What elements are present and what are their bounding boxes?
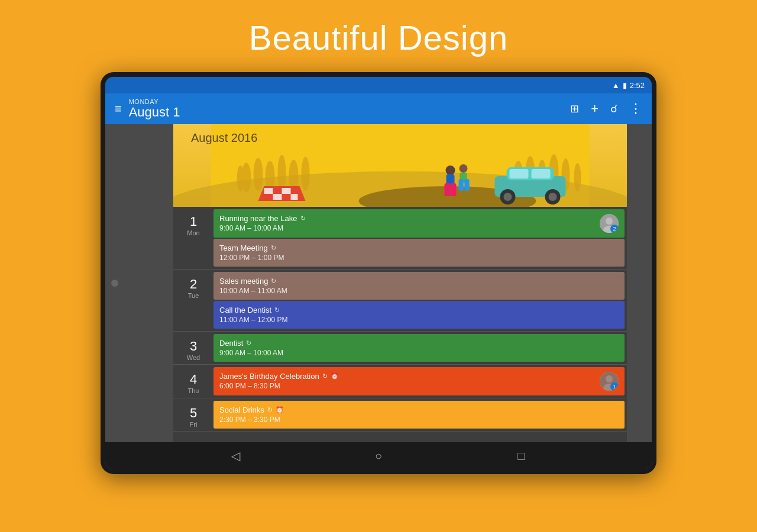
event-title: James's Birthday Celebration ↻ ⏰ xyxy=(219,372,595,381)
recents-button[interactable]: □ xyxy=(509,444,533,468)
back-button[interactable]: ◁ xyxy=(224,444,248,468)
day-num-5: 5 xyxy=(190,407,197,420)
month-label: August 2016 xyxy=(191,131,257,145)
svg-point-6 xyxy=(278,155,286,190)
avatar-badge: 1 xyxy=(610,382,619,391)
event-dentist[interactable]: Dentist ↻ 9:00 AM – 10:00 AM xyxy=(213,334,625,362)
tablet-screen: ▲ ▮ 2:52 ≡ MONDAY August 1 ⊞ + ☌ ⋮ xyxy=(105,77,652,469)
event-info: Social Drinks ↻ ⏰ 2:30 PM – 3:30 PM xyxy=(219,406,619,424)
svg-rect-17 xyxy=(264,188,273,194)
event-time: 6:00 PM – 8:30 PM xyxy=(219,382,595,390)
event-info: James's Birthday Celebration ↻ ⏰ 6:00 PM… xyxy=(219,372,595,390)
svg-point-29 xyxy=(446,166,455,175)
event-info: Team Meeting ↻ 12:00 PM – 1:00 PM xyxy=(219,244,619,262)
sync-icon: ↻ xyxy=(271,244,276,252)
event-time: 2:30 PM – 3:30 PM xyxy=(219,416,619,424)
event-sales-meeting[interactable]: Sales meeting ↻ 10:00 AM – 11:00 AM xyxy=(213,272,625,300)
svg-rect-31 xyxy=(445,183,451,196)
event-time: 9:00 AM – 10:00 AM xyxy=(219,349,619,357)
event-title: Team Meeting ↻ xyxy=(219,244,619,252)
sync-icon: ↻ xyxy=(322,372,328,380)
svg-point-33 xyxy=(460,164,468,173)
app-bar-actions: ⊞ + ☌ ⋮ xyxy=(570,101,642,116)
tablet-frame: ▲ ▮ 2:52 ≡ MONDAY August 1 ⊞ + ☌ ⋮ xyxy=(101,72,656,474)
svg-point-9 xyxy=(237,166,244,192)
event-team-meeting[interactable]: Team Meeting ↻ 12:00 PM – 1:00 PM xyxy=(213,239,625,267)
menu-button[interactable]: ≡ xyxy=(115,102,122,116)
app-bar-date: MONDAY August 1 xyxy=(129,98,563,119)
svg-point-26 xyxy=(504,193,512,201)
status-icons: ▲ ▮ 2:52 xyxy=(612,81,645,90)
day-group-3: 3 Wed Dentist ↻ 9:00 AM – 10:00 xyxy=(173,332,627,365)
add-event-button[interactable]: + xyxy=(591,101,599,116)
event-social-drinks[interactable]: Social Drinks ↻ ⏰ 2:30 PM – 3:30 PM xyxy=(213,401,625,429)
search-button[interactable]: ☌ xyxy=(610,102,617,115)
avatar-badge: 2 xyxy=(610,225,619,233)
day-number-2: 2 Tue xyxy=(173,270,213,331)
day-num-1: 1 xyxy=(190,215,197,228)
day-group-4: 4 Thu James's Birthday Celebration ↻ ⏰ xyxy=(173,365,627,398)
day-of-week: MONDAY xyxy=(129,98,563,105)
event-info: Sales meeting ↻ 10:00 AM – 11:00 AM xyxy=(219,277,619,295)
event-time: 9:00 AM – 10:00 AM xyxy=(219,224,595,232)
day-name-3: Wed xyxy=(187,354,200,361)
event-info: Dentist ↻ 9:00 AM – 10:00 AM xyxy=(219,339,619,357)
svg-point-28 xyxy=(549,193,557,201)
sync-icon: ↻ xyxy=(267,406,273,414)
sidebar-dot xyxy=(111,280,118,287)
day-events-5: Social Drinks ↻ ⏰ 2:30 PM – 3:30 PM xyxy=(213,398,627,431)
svg-point-41 xyxy=(606,375,613,382)
event-time: 12:00 PM – 1:00 PM xyxy=(219,254,619,262)
main-content: August 2016 1 Mon xyxy=(105,124,652,442)
battery-icon: ▮ xyxy=(623,81,627,90)
svg-rect-24 xyxy=(532,169,551,179)
event-title: Call the Dentist ↻ xyxy=(219,306,619,314)
day-events-3: Dentist ↻ 9:00 AM – 10:00 AM xyxy=(213,332,627,364)
alarm-icon: ⏰ xyxy=(331,372,339,380)
day-group-5: 5 Fri Social Drinks ↻ ⏰ xyxy=(173,398,627,432)
calendar-area: August 2016 1 Mon xyxy=(173,124,627,442)
event-birthday[interactable]: James's Birthday Celebration ↻ ⏰ 6:00 PM… xyxy=(213,367,625,395)
home-button[interactable]: ○ xyxy=(367,444,390,468)
current-date: August 1 xyxy=(129,105,563,119)
event-time: 10:00 AM – 11:00 AM xyxy=(219,287,619,295)
grid-view-button[interactable]: ⊞ xyxy=(570,102,579,115)
event-time: 11:00 AM – 12:00 PM xyxy=(219,316,619,324)
alarm-icon: ⏰ xyxy=(276,406,284,414)
event-avatar: 2 xyxy=(600,214,619,233)
day-number-5: 5 Fri xyxy=(173,398,213,431)
svg-rect-20 xyxy=(291,194,298,200)
event-info: Call the Dentist ↻ 11:00 AM – 12:00 PM xyxy=(219,306,619,324)
left-sidebar xyxy=(105,124,173,442)
sync-icon: ↻ xyxy=(300,215,306,222)
event-running-near-lake[interactable]: Running near the Lake ↻ 9:00 AM – 10:00 … xyxy=(213,209,625,238)
day-number-1: 1 Mon xyxy=(173,207,213,269)
more-options-button[interactable]: ⋮ xyxy=(629,101,642,116)
svg-rect-36 xyxy=(465,179,470,191)
status-bar: ▲ ▮ 2:52 xyxy=(105,77,652,93)
wifi-icon: ▲ xyxy=(612,81,620,90)
month-header: August 2016 xyxy=(173,124,627,207)
day-num-4: 4 xyxy=(190,373,197,386)
event-call-dentist[interactable]: Call the Dentist ↻ 11:00 AM – 12:00 PM xyxy=(213,301,625,329)
day-group-1: 1 Mon Running near the Lake ↻ 9: xyxy=(173,207,627,270)
day-name-2: Tue xyxy=(188,292,199,299)
day-group-2: 2 Tue Sales meeting ↻ 10:00 AM – xyxy=(173,270,627,332)
svg-rect-32 xyxy=(451,183,457,196)
svg-rect-23 xyxy=(510,169,529,179)
event-title: Sales meeting ↻ xyxy=(219,277,619,286)
events-list: 1 Mon Running near the Lake ↻ 9: xyxy=(173,207,627,442)
status-time: 2:52 xyxy=(630,81,645,90)
day-name-5: Fri xyxy=(190,421,198,428)
day-name-4: Thu xyxy=(188,387,199,394)
day-events-1: Running near the Lake ↻ 9:00 AM – 10:00 … xyxy=(213,207,627,269)
sync-icon: ↻ xyxy=(274,306,280,314)
event-title: Social Drinks ↻ ⏰ xyxy=(219,406,619,414)
day-number-3: 3 Wed xyxy=(173,332,213,364)
day-num-3: 3 xyxy=(190,340,197,353)
bottom-nav: ◁ ○ □ xyxy=(105,442,652,469)
svg-point-38 xyxy=(606,218,613,225)
event-title: Dentist ↻ xyxy=(219,339,619,348)
day-events-2: Sales meeting ↻ 10:00 AM – 11:00 AM Call xyxy=(213,270,627,331)
day-name-1: Mon xyxy=(187,229,199,236)
